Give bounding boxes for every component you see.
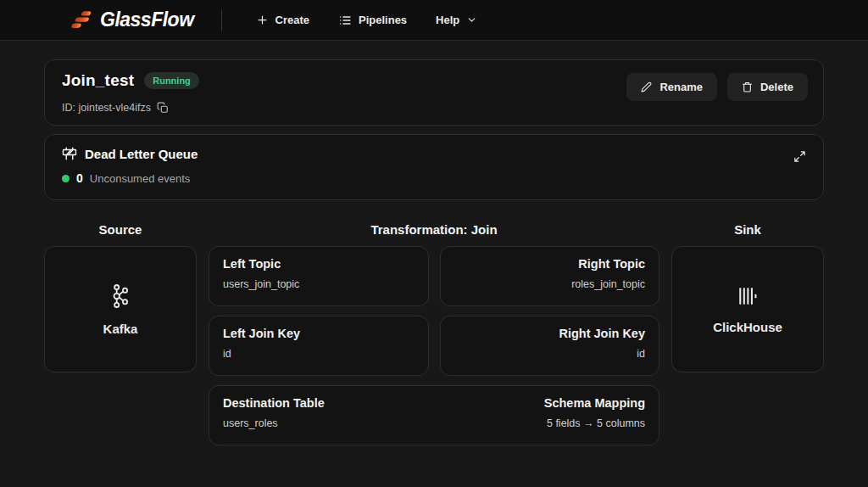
- schema-mapping-value: 5 fields → 5 columns: [544, 417, 645, 429]
- right-topic-value: roles_join_topic: [454, 278, 646, 290]
- kafka-icon: [108, 283, 133, 310]
- brand-name: GlassFlow: [100, 8, 194, 31]
- schema-mapping-block: Schema Mapping 5 fields → 5 columns: [544, 396, 645, 434]
- status-dot: [62, 175, 70, 182]
- left-join-key-card: Left Join Key id: [209, 316, 429, 376]
- rename-button-label: Rename: [659, 81, 703, 93]
- nav-divider: [221, 9, 222, 31]
- pencil-icon: [641, 81, 652, 92]
- right-join-key-value: id: [454, 348, 646, 360]
- transformation-section-title: Transformation: Join: [209, 222, 659, 237]
- sink-node-clickhouse: ClickHouse: [671, 246, 824, 372]
- create-button-label: Create: [275, 14, 309, 26]
- rename-button[interactable]: Rename: [626, 73, 717, 101]
- list-icon: [338, 14, 352, 27]
- right-join-key-label: Right Join Key: [454, 327, 646, 340]
- navbar: GlassFlow Create Pipelines Help: [0, 0, 868, 41]
- schema-mapping-label: Schema Mapping: [544, 396, 645, 410]
- sink-section-title: Sink: [671, 222, 824, 237]
- right-join-key-card: Right Join Key id: [440, 316, 660, 376]
- unconsumed-label: Unconsumed events: [90, 172, 191, 185]
- transformation-grid: Left Topic users_join_topic Right Topic …: [209, 246, 659, 445]
- pipelines-button[interactable]: Pipelines: [330, 7, 415, 34]
- source-node-kafka: Kafka: [44, 246, 197, 372]
- help-menu[interactable]: Help: [427, 7, 486, 33]
- brand-logo[interactable]: GlassFlow: [66, 8, 194, 31]
- delete-button-label: Delete: [760, 81, 793, 93]
- sink-node-label: ClickHouse: [713, 320, 782, 334]
- left-topic-card: Left Topic users_join_topic: [209, 246, 429, 306]
- unconsumed-count: 0: [76, 171, 83, 185]
- plus-icon: [256, 14, 269, 26]
- destination-table-value: users_roles: [223, 417, 325, 429]
- pipelines-button-label: Pipelines: [359, 14, 407, 26]
- source-node-label: Kafka: [103, 322, 138, 336]
- dlq-title: Dead Letter Queue: [85, 147, 198, 161]
- destination-schema-card: Destination Table users_roles Schema Map…: [209, 385, 659, 445]
- barrier-icon: [62, 146, 77, 161]
- trash-icon: [742, 81, 753, 92]
- expand-dlq-button[interactable]: [790, 147, 810, 169]
- flow-section-headers: Source Transformation: Join Sink: [44, 222, 824, 237]
- copy-id-button[interactable]: [157, 102, 169, 114]
- pipeline-actions: Rename Delete: [626, 71, 808, 114]
- copy-icon: [157, 102, 169, 114]
- main-content: Join_test Running ID: jointest-vle4ifzs …: [0, 41, 868, 445]
- pipeline-title: Join_test: [62, 71, 134, 90]
- destination-table-block: Destination Table users_roles: [223, 396, 325, 434]
- source-section-title: Source: [44, 222, 197, 237]
- dead-letter-queue-card: Dead Letter Queue 0 Unconsumed events: [44, 134, 824, 200]
- status-badge: Running: [144, 72, 199, 89]
- glassflow-logo-icon: [66, 8, 93, 31]
- right-topic-card: Right Topic roles_join_topic: [440, 246, 660, 306]
- pipeline-info: Join_test Running ID: jointest-vle4ifzs: [62, 71, 199, 114]
- create-button[interactable]: Create: [248, 7, 318, 33]
- pipeline-flow: Kafka Left Topic users_join_topic Right …: [44, 246, 824, 445]
- chevron-down-icon: [466, 14, 477, 25]
- left-topic-label: Left Topic: [223, 257, 415, 271]
- left-join-key-label: Left Join Key: [223, 327, 415, 340]
- delete-button[interactable]: Delete: [727, 73, 808, 101]
- destination-table-label: Destination Table: [223, 396, 325, 410]
- maximize-icon: [793, 150, 806, 163]
- left-join-key-value: id: [223, 348, 415, 360]
- pipeline-id: ID: jointest-vle4ifzs: [62, 102, 151, 114]
- left-topic-value: users_join_topic: [223, 278, 415, 290]
- pipeline-header-card: Join_test Running ID: jointest-vle4ifzs …: [44, 59, 824, 126]
- clickhouse-icon: [737, 284, 759, 308]
- help-menu-label: Help: [436, 14, 459, 26]
- right-topic-label: Right Topic: [454, 257, 646, 271]
